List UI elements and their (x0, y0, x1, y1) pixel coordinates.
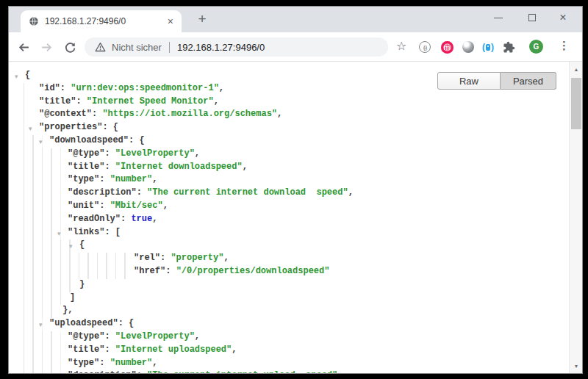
profile-avatar[interactable]: G (529, 40, 543, 54)
json-punctuation: : { (129, 135, 145, 145)
json-string-value: "https://iot.mozilla.org/schemas" (102, 109, 277, 119)
json-string-value: "urn:dev:ops:speedmonitor-1" (71, 83, 219, 93)
browser-window: 192.168.1.27:9496/0 × + × (9, 7, 582, 373)
json-punctuation: }, (62, 305, 73, 315)
collapse-triangle-icon[interactable]: ▾ (29, 123, 32, 136)
json-line: "description": "The current internet dow… (9, 187, 569, 201)
reload-icon (64, 41, 76, 54)
address-bar[interactable]: Nicht sicher 192.168.1.27:9496/0 (85, 37, 388, 57)
back-button[interactable] (16, 40, 31, 54)
security-status-label[interactable]: Nicht sicher (112, 42, 162, 53)
json-string-value: "property" (171, 253, 223, 263)
json-key: "description" (68, 187, 137, 198)
new-tab-button[interactable]: + (193, 10, 212, 29)
site-favicon-globe-icon (29, 16, 39, 26)
json-key: "uploadspeed" (49, 318, 118, 328)
json-punctuation: , (277, 109, 282, 119)
forward-icon (40, 41, 53, 54)
json-string-value: "Internet downloadspeed" (115, 162, 243, 172)
json-key: "href" (134, 266, 165, 276)
scrollbar-track[interactable]: ▲ ▼ (569, 62, 582, 373)
json-line: "href": "/0/properties/downloadspeed" (9, 266, 569, 279)
json-key: "@type" (68, 331, 104, 342)
forward-button[interactable] (39, 40, 54, 54)
not-secure-warning-icon (95, 42, 106, 52)
json-line: "@context": "https://iot.mozilla.org/sch… (9, 109, 569, 122)
tab-close-icon[interactable]: × (165, 16, 176, 26)
raw-button[interactable]: Raw (437, 72, 501, 90)
json-string-value: "LevelProperty" (115, 331, 195, 342)
json-punctuation: ] (70, 292, 75, 303)
json-punctuation: : (121, 214, 131, 224)
json-line: ▾"downloadspeed": { (9, 135, 569, 148)
extensions-menu-button[interactable] (502, 40, 515, 54)
json-punctuation: : (104, 331, 115, 342)
json-key: "type" (68, 174, 99, 184)
json-punctuation: , (219, 83, 224, 93)
collapse-triangle-icon[interactable]: ▾ (57, 228, 61, 241)
json-punctuation: { (79, 239, 85, 250)
extensions-puzzle-icon (503, 41, 515, 54)
json-key: "@context" (39, 109, 92, 119)
url-text[interactable]: 192.168.1.27:9496/0 (177, 42, 265, 53)
bookmark-star-icon[interactable]: ☆ (396, 39, 406, 54)
collapse-triangle-icon[interactable]: ▾ (39, 136, 43, 149)
tab-strip: 192.168.1.27:9496/0 × + × (9, 7, 582, 32)
json-punctuation: , (223, 253, 229, 263)
json-line: "unit": "Mbit/sec", (9, 201, 569, 214)
collapse-triangle-icon[interactable]: ▾ (69, 240, 73, 253)
window-close-button[interactable]: × (554, 7, 572, 29)
json-punctuation: : (99, 358, 110, 368)
json-key: "rel" (134, 253, 160, 263)
json-punctuation: : [ (104, 227, 121, 237)
json-key: "title" (39, 96, 76, 107)
extension-sphere-button[interactable] (462, 40, 475, 54)
json-string-value: "Mbit/sec" (110, 201, 163, 211)
json-punctuation: , (214, 96, 219, 107)
extension-blue-button[interactable]: () (481, 40, 495, 54)
scrollbar-thumb[interactable] (571, 78, 581, 129)
extension-blue-icon: () (482, 42, 494, 52)
reload-button[interactable] (62, 40, 77, 54)
window-maximize-button[interactable] (523, 7, 541, 29)
json-string-value: "Internet uploadspeed" (115, 344, 232, 355)
json-line: "title": "Internet downloadspeed", (9, 162, 569, 175)
json-string-value: "The current internet download speed" (147, 187, 348, 198)
json-key: "title" (68, 344, 104, 355)
json-key: "unit" (68, 201, 99, 211)
extension-parens-button[interactable]: (-) (418, 40, 431, 54)
active-tab[interactable]: 192.168.1.27:9496/0 × (21, 10, 182, 32)
collapse-triangle-icon[interactable]: ▾ (15, 71, 18, 84)
json-punctuation: : (137, 187, 147, 198)
window-minimize-button[interactable] (490, 7, 507, 29)
json-punctuation: : (99, 174, 110, 184)
json-line: "title": "Internet uploadspeed", (9, 344, 569, 358)
json-punctuation: , (152, 358, 157, 368)
json-string-value: "The current internet upload speed" (147, 370, 337, 373)
json-punctuation: : (99, 201, 110, 211)
json-line: ▾"links": [ (9, 227, 569, 240)
extension-pink-m-button[interactable]: m (440, 40, 453, 54)
extension-pink-m-icon: m (441, 41, 453, 54)
json-key: "type" (68, 358, 99, 368)
json-key: "id" (39, 83, 60, 93)
json-punctuation: : (104, 344, 115, 355)
json-line: "rel": "property", (9, 253, 569, 266)
parsed-button[interactable]: Parsed (501, 72, 556, 90)
json-punctuation: , (152, 174, 157, 184)
json-line: "description": "The current internet upl… (9, 370, 569, 373)
scrollbar-up-button[interactable]: ▲ (570, 63, 582, 75)
json-line: ] (9, 292, 569, 306)
json-key: "readOnly" (68, 214, 121, 224)
json-string-value: "number" (110, 174, 153, 184)
json-punctuation: , (152, 214, 157, 224)
scrollbar-down-button[interactable]: ▼ (570, 360, 582, 372)
json-line: ▾{ (9, 239, 569, 253)
back-icon (18, 41, 30, 54)
json-punctuation: : (104, 148, 115, 159)
extension-sphere-icon (462, 41, 474, 53)
json-line: }, (9, 305, 569, 318)
collapse-triangle-icon[interactable]: ▾ (39, 319, 43, 332)
browser-menu-icon[interactable]: ⋮ (559, 39, 570, 52)
json-viewer-lines: ▾{"id": "urn:dev:ops:speedmonitor-1","ti… (9, 70, 569, 373)
